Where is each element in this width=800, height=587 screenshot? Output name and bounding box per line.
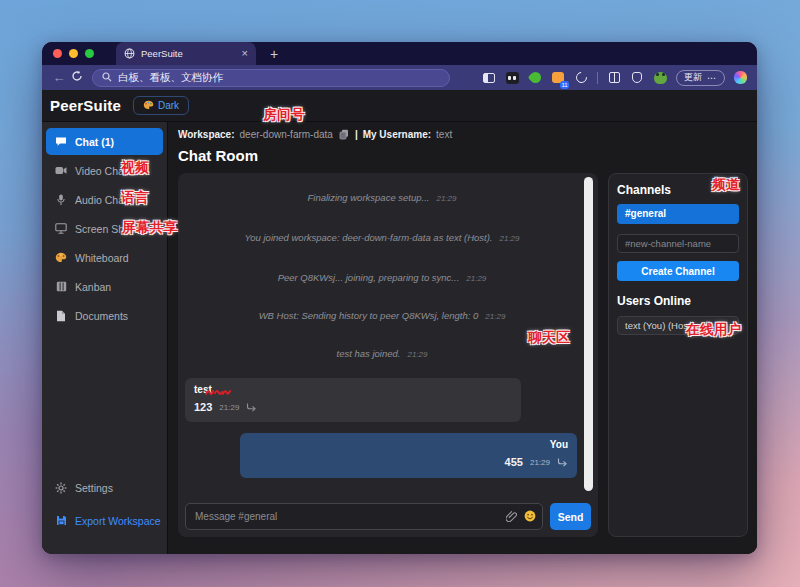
sidebar-footer: Settings Export Workspace — [46, 474, 163, 534]
message-time: 21:29 — [530, 458, 550, 467]
browser-tab[interactable]: PeerSuite × — [116, 42, 256, 65]
chat-scrollbar[interactable] — [584, 177, 593, 491]
emoji-icon[interactable] — [524, 508, 536, 526]
chat-message-bubble-self: You 455 21:29 — [240, 433, 577, 478]
palette-icon — [143, 100, 154, 112]
peersuite-app: PeerSuite Dark Chat (1) — [42, 90, 757, 554]
sidebar-item-audio-chat[interactable]: Audio Chat — [46, 186, 163, 213]
message-input[interactable] — [185, 503, 543, 530]
theme-toggle-button[interactable]: Dark — [133, 96, 189, 115]
chat-bubble-icon — [55, 136, 67, 148]
update-button[interactable]: 更新 ⋯ — [676, 70, 725, 86]
shield-icon[interactable] — [630, 71, 644, 85]
channels-heading: Channels — [617, 183, 739, 197]
sidebar-item-label: Video Chat — [75, 165, 127, 177]
back-icon[interactable]: ← — [50, 70, 68, 85]
send-button[interactable]: Send — [550, 503, 591, 530]
app-header: PeerSuite Dark — [42, 90, 757, 122]
workspace-value: deer-down-farm-data — [240, 129, 333, 140]
microphone-icon — [55, 194, 67, 206]
message-sender: You — [550, 439, 568, 450]
page-title: Chat Room — [178, 147, 258, 164]
globe-favicon-icon — [124, 45, 135, 63]
channels-panel: Channels #general Create Channel Users O… — [608, 173, 748, 537]
red-scribble-annotation — [205, 383, 231, 401]
reload-icon[interactable] — [68, 70, 86, 85]
create-channel-button[interactable]: Create Channel — [617, 261, 739, 281]
workspace-divider: | — [355, 129, 358, 140]
new-channel-input[interactable] — [617, 234, 739, 253]
sidebar-item-video-chat[interactable]: Video Chat — [46, 157, 163, 184]
kanban-icon — [55, 281, 67, 293]
channel-item-general[interactable]: #general — [617, 204, 739, 224]
workspace-label: Workspace: — [178, 129, 235, 140]
chat-message-bubble: test 123 21:29 — [185, 378, 521, 422]
theme-toggle-label: Dark — [158, 100, 179, 111]
split-view-icon[interactable] — [482, 71, 496, 85]
close-window-button[interactable] — [53, 49, 62, 58]
sidebar-item-whiteboard[interactable]: Whiteboard — [46, 244, 163, 271]
copy-icon[interactable] — [338, 128, 350, 140]
address-bar[interactable]: 白板、看板、文档协作 — [92, 69, 450, 87]
browser-window: PeerSuite × + ← 白板、看板、文档协作 11 — [42, 42, 757, 554]
chat-extension-icon[interactable]: 11 — [551, 71, 565, 85]
sidebar-item-export-workspace[interactable]: Export Workspace — [46, 507, 163, 534]
extension-badge: 11 — [560, 81, 569, 89]
message-text: 123 — [194, 401, 212, 413]
extensions-row: 11 更新 ⋯ — [482, 70, 747, 86]
document-icon — [55, 310, 67, 322]
system-message: Finalizing workspace setup...21:29 — [192, 192, 572, 203]
message-text: 455 — [505, 456, 523, 468]
sidebar: Chat (1) Video Chat Audio Chat — [42, 122, 168, 554]
screen-share-icon — [55, 223, 67, 235]
sidebar-item-label: Kanban — [75, 281, 111, 293]
sidebar-item-label: Settings — [75, 482, 113, 494]
tab-close-icon[interactable]: × — [242, 48, 248, 59]
tab-title: PeerSuite — [141, 48, 236, 59]
message-time: 21:29 — [219, 403, 239, 412]
sidebar-item-chat[interactable]: Chat (1) — [46, 128, 163, 155]
sidebar-item-screen-share[interactable]: Screen Share — [46, 215, 163, 242]
reply-icon[interactable] — [246, 398, 257, 416]
sidebar-item-label: Chat (1) — [75, 136, 114, 148]
sidebar-item-label: Audio Chat — [75, 194, 127, 206]
gear-icon — [55, 482, 67, 494]
search-icon — [102, 72, 112, 84]
address-bar-text: 白板、看板、文档协作 — [118, 71, 223, 85]
minimize-window-button[interactable] — [69, 49, 78, 58]
more-icon[interactable]: ⋯ — [707, 73, 717, 83]
sidebar-item-kanban[interactable]: Kanban — [46, 273, 163, 300]
main-content: Workspace: deer-down-farm-data | My User… — [168, 122, 757, 554]
window-controls — [42, 49, 104, 58]
desktop-background: PeerSuite × + ← 白板、看板、文档协作 11 — [0, 0, 800, 587]
user-list-item: text (You) (Host) — [617, 316, 739, 335]
sidebar-item-label: Documents — [75, 310, 128, 322]
crescent-extension-icon[interactable] — [574, 71, 588, 85]
browser-tab-bar: PeerSuite × + — [42, 42, 757, 65]
new-tab-button[interactable]: + — [270, 47, 278, 61]
system-message: Peer Q8KWsj... joining, preparing to syn… — [192, 272, 572, 283]
video-camera-icon — [55, 165, 67, 177]
system-message: WB Host: Sending history to peer Q8KWsj,… — [192, 310, 572, 321]
sidebar-item-documents[interactable]: Documents — [46, 302, 163, 329]
message-input-row: Send — [185, 503, 591, 530]
reading-list-icon[interactable] — [607, 71, 621, 85]
users-online-heading: Users Online — [617, 294, 739, 308]
chat-messages-panel: Finalizing workspace setup...21:29 You j… — [178, 173, 598, 537]
maximize-window-button[interactable] — [85, 49, 94, 58]
workspace-bar: Workspace: deer-down-farm-data | My User… — [178, 128, 452, 140]
toolbar-divider — [597, 72, 598, 84]
attachment-icon[interactable] — [506, 508, 517, 526]
system-message: You joined workspace: deer-down-farm-dat… — [192, 232, 572, 243]
username-label: My Username: — [363, 129, 431, 140]
sidebar-item-settings[interactable]: Settings — [46, 474, 163, 501]
browser-toolbar: ← 白板、看板、文档协作 11 更新 — [42, 65, 757, 90]
copilot-icon[interactable] — [734, 71, 747, 84]
leaf-extension-icon[interactable] — [528, 71, 542, 85]
frog-avatar-icon[interactable] — [653, 71, 667, 85]
sidebar-item-label: Whiteboard — [75, 252, 129, 264]
update-label: 更新 — [684, 71, 702, 84]
system-message: test has joined.21:29 — [192, 348, 572, 359]
reply-icon[interactable] — [557, 453, 568, 471]
robot-extension-icon[interactable] — [505, 71, 519, 85]
